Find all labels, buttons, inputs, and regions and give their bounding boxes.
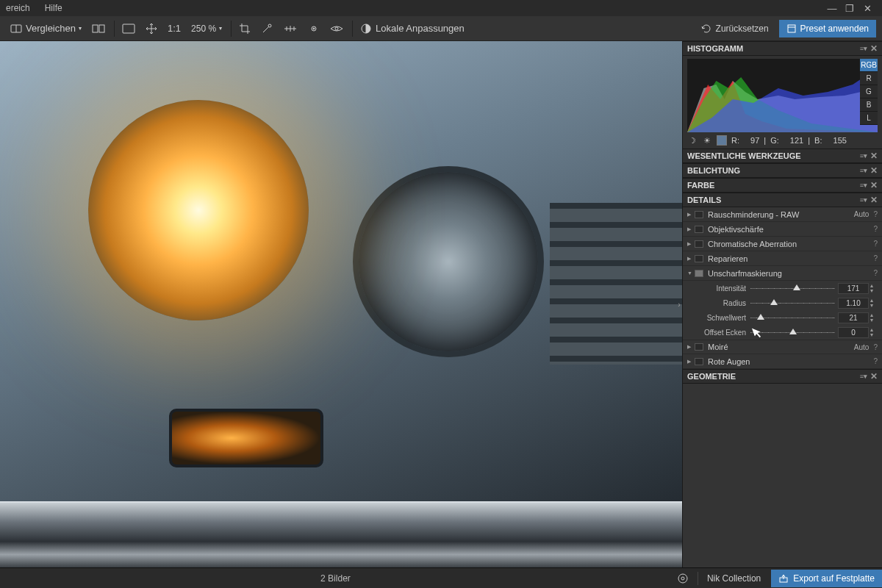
panel-close-icon[interactable]: ✕ (870, 195, 878, 205)
panel-close-icon[interactable]: ✕ (870, 180, 878, 190)
svg-point-14 (313, 28, 315, 29)
slider-thumb[interactable] (757, 314, 764, 320)
slider-value-input[interactable]: 171 (838, 283, 869, 294)
panel-histogram[interactable]: HISTOGRAMM ≡▾ ✕ (683, 41, 882, 56)
slider-radius: Radius 1.10 ▴▾ (683, 295, 882, 310)
panel-menu-icon[interactable]: ≡▾ (860, 373, 867, 380)
svg-point-21 (681, 577, 684, 580)
move-icon[interactable] (141, 21, 162, 37)
close-icon[interactable]: ✕ (858, 3, 876, 14)
slider-value-input[interactable]: 1.10 (838, 298, 869, 309)
photo-preview (0, 41, 682, 567)
help-icon[interactable]: ? (873, 254, 878, 262)
hist-tab-r[interactable]: R (860, 72, 878, 85)
right-panel: HISTOGRAMM ≡▾ ✕ RGB R G B L (682, 41, 882, 567)
spinner-icon[interactable]: ▴▾ (870, 283, 878, 293)
slider-thumb[interactable] (770, 299, 778, 305)
image-canvas[interactable]: › (0, 41, 682, 567)
expand-sidebar-icon[interactable]: › (676, 295, 682, 313)
panel-menu-icon[interactable]: ≡▾ (860, 167, 867, 174)
panel-close-icon[interactable]: ✕ (870, 43, 878, 54)
slider-track[interactable] (750, 312, 835, 323)
enable-checkbox[interactable] (695, 343, 703, 351)
eyedropper-icon[interactable] (257, 21, 277, 37)
menu-item-workspace[interactable]: ereich (6, 3, 30, 13)
panel-menu-icon[interactable]: ≡▾ (860, 182, 867, 189)
detail-repair[interactable]: ▶ Reparieren ? (683, 251, 882, 266)
help-icon[interactable]: ? (873, 343, 878, 351)
target-icon[interactable] (671, 570, 695, 587)
detail-chromatic-aberration[interactable]: ▶ Chromatische Aberration ? (683, 237, 882, 251)
help-icon[interactable]: ? (873, 210, 878, 218)
enable-checkbox[interactable] (695, 270, 703, 277)
enable-checkbox[interactable] (695, 226, 703, 233)
panel-close-icon[interactable]: ✕ (870, 165, 878, 176)
zoom-level[interactable]: 250 %▾ (187, 21, 226, 36)
compare-button[interactable]: Vergleichen ▾ (6, 21, 86, 36)
enable-checkbox[interactable] (695, 255, 703, 262)
slider-value-input[interactable]: 21 (838, 312, 869, 323)
panel-essential-tools[interactable]: WESENTLICHE WERKZEUGE ≡▾ ✕ (683, 148, 882, 163)
one-to-one-button[interactable]: 1:1 (163, 21, 185, 36)
detail-unsharp-mask[interactable]: ▼ Unscharfmaskierung ? (683, 266, 882, 281)
help-icon[interactable]: ? (873, 240, 878, 248)
sample-swatch[interactable] (717, 135, 727, 146)
panel-close-icon[interactable]: ✕ (870, 371, 878, 381)
crop-icon[interactable] (234, 21, 255, 37)
enable-checkbox[interactable] (695, 211, 703, 218)
panel-menu-icon[interactable]: ≡▾ (860, 45, 867, 52)
reset-button[interactable]: Zurücksetzen (695, 21, 775, 37)
spinner-icon[interactable]: ▴▾ (870, 312, 878, 323)
slider-track[interactable] (750, 297, 835, 309)
panel-menu-icon[interactable]: ≡▾ (860, 152, 867, 159)
export-button[interactable]: Export auf Festplatte (771, 570, 882, 587)
highlight-clip-icon[interactable]: ☀ (702, 135, 712, 146)
panel-exposure[interactable]: BELICHTUNG ≡▾ ✕ (683, 163, 882, 178)
slider-track[interactable] (750, 282, 835, 294)
slider-track[interactable] (750, 326, 835, 338)
shadow-clip-icon[interactable]: ☽ (687, 135, 698, 146)
slider-threshold: Schwellwert 21 ▴▾ (683, 310, 882, 325)
spinner-icon[interactable]: ▴▾ (870, 298, 878, 308)
minimize-icon[interactable]: — (823, 3, 841, 14)
maximize-icon[interactable]: ❐ (841, 3, 858, 14)
detail-red-eye[interactable]: ▶ Rote Augen ? (683, 354, 882, 369)
histogram-chart[interactable]: RGB R G B L (687, 59, 878, 132)
toolbar: Vergleichen ▾ 1:1 250 %▾ Lokale Anpassun… (0, 16, 882, 41)
panel-menu-icon[interactable]: ≡▾ (860, 196, 867, 204)
svg-rect-2 (93, 25, 98, 32)
help-icon[interactable]: ? (873, 357, 878, 365)
help-icon[interactable]: ? (873, 269, 878, 277)
help-icon[interactable]: ? (873, 225, 878, 233)
side-by-side-icon[interactable] (87, 21, 110, 36)
apply-preset-button[interactable]: Preset anwenden (779, 20, 876, 37)
chevron-right-icon: ▶ (687, 241, 695, 247)
detail-lens-sharpness[interactable]: ▶ Objektivschärfe ? (683, 222, 882, 237)
hist-tab-rgb[interactable]: RGB (860, 59, 878, 72)
auto-label: Auto (854, 210, 870, 218)
hist-tab-g[interactable]: G (860, 85, 878, 98)
hist-tab-l[interactable]: L (860, 112, 878, 125)
enable-checkbox[interactable] (695, 240, 703, 248)
enable-checkbox[interactable] (695, 358, 703, 365)
detail-moire[interactable]: ▶ Moiré Auto ? (683, 340, 882, 354)
slider-value-input[interactable]: 0 (838, 327, 869, 338)
detail-noise-reduction[interactable]: ▶ Rauschminderung - RAW Auto ? (683, 207, 882, 222)
menu-item-help[interactable]: Hilfe (45, 3, 62, 13)
local-adjustments-button[interactable]: Lokale Anpassungen (356, 21, 469, 37)
redeye-icon[interactable] (304, 21, 324, 36)
fit-screen-icon[interactable] (118, 21, 140, 36)
slider-offset-corners: Offset Ecken 0 ▴▾ (683, 325, 882, 340)
panel-geometry[interactable]: GEOMETRIE ≡▾ ✕ (683, 369, 882, 384)
spinner-icon[interactable]: ▴▾ (870, 327, 878, 337)
preview-icon[interactable] (326, 21, 348, 36)
nik-collection-button[interactable]: Nik Collection (701, 570, 767, 587)
straighten-icon[interactable] (279, 21, 302, 36)
panel-close-icon[interactable]: ✕ (870, 151, 878, 161)
hist-tab-b[interactable]: B (860, 98, 878, 112)
chevron-right-icon: ▶ (687, 344, 695, 350)
slider-thumb[interactable] (793, 284, 800, 290)
slider-thumb[interactable] (789, 329, 797, 334)
panel-color[interactable]: FARBE ≡▾ ✕ (683, 178, 882, 193)
panel-details[interactable]: DETAILS ≡▾ ✕ (683, 193, 882, 207)
